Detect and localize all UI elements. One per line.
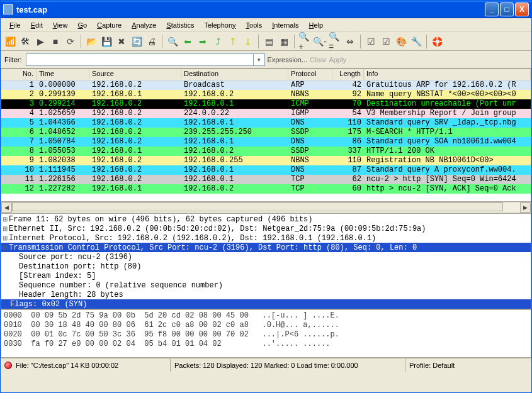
- display-filters-icon[interactable]: ☑: [379, 35, 393, 48]
- packet-row[interactable]: 51.044366192.168.0.2192.168.0.1DNS110Sta…: [1, 118, 531, 128]
- capture-filters-icon[interactable]: ☑: [364, 35, 378, 48]
- close-file-icon[interactable]: ✖: [115, 35, 128, 48]
- col-protocol[interactable]: Protocol: [288, 69, 332, 80]
- apply-button[interactable]: Apply: [329, 56, 346, 64]
- col-source[interactable]: Source: [89, 69, 181, 80]
- expand-icon[interactable]: ⊞: [1, 301, 10, 307]
- status-file: File: "C:/test.cap" 14 KB 00:00:02: [16, 362, 118, 369]
- packet-list-header: No. Time Source Destination Protocol Len…: [1, 69, 531, 80]
- menu-internals[interactable]: Internals: [267, 20, 303, 30]
- help-icon[interactable]: 🛟: [430, 35, 444, 48]
- go-last-icon[interactable]: ⤓: [241, 35, 255, 48]
- save-icon[interactable]: 💾: [99, 35, 113, 48]
- titlebar: test.cap _ □ X: [1, 1, 531, 18]
- app-window: test.cap _ □ X File Edit View Go Capture…: [0, 0, 532, 393]
- col-destination[interactable]: Destination: [181, 69, 288, 80]
- zoom-reset-icon[interactable]: 🔍=: [328, 35, 342, 48]
- minimize-button[interactable]: _: [485, 3, 499, 16]
- resize-columns-icon[interactable]: ⇔: [343, 35, 357, 48]
- menu-view[interactable]: View: [48, 20, 73, 30]
- close-button[interactable]: X: [515, 3, 529, 16]
- packet-row[interactable]: 91.082038192.168.0.2192.168.0.255NBNS110…: [1, 156, 531, 165]
- col-info[interactable]: Info: [364, 69, 531, 80]
- col-length[interactable]: Length: [332, 69, 364, 80]
- go-to-icon[interactable]: ⤴: [211, 35, 225, 48]
- filter-label: Filter:: [4, 56, 22, 64]
- interfaces-icon[interactable]: 📶: [3, 35, 17, 48]
- collapse-icon[interactable]: ⊟: [1, 244, 9, 251]
- clear-button[interactable]: Clear: [310, 56, 326, 64]
- toolbar: 📶 🛠 ▶ ■ ⟳ 📂 💾 ✖ 🔄 🖨 🔍 ⬅ ➡ ⤴ ⤒ ⤓ ▤ ▦ 🔍+ 🔍…: [1, 32, 531, 51]
- detail-frame[interactable]: Frame 11: 62 bytes on wire (496 bits), 6…: [9, 215, 312, 224]
- detail-src-port[interactable]: Source port: ncu-2 (3196): [1, 253, 132, 262]
- go-forward-icon[interactable]: ➡: [196, 35, 210, 48]
- maximize-button[interactable]: □: [500, 3, 514, 16]
- packet-row[interactable]: 121.227282192.168.0.1192.168.0.2TCP60htt…: [1, 184, 531, 194]
- colorize-icon[interactable]: ▤: [262, 35, 276, 48]
- menu-file[interactable]: File: [4, 20, 26, 30]
- col-time[interactable]: Time: [37, 69, 89, 80]
- detail-ethernet[interactable]: Ethernet II, Src: 192.168.0.2 (00:0b:5d:…: [9, 224, 426, 233]
- filter-bar: Filter: ▾ Expression... Clear Apply: [1, 51, 531, 69]
- menu-go[interactable]: Go: [72, 20, 92, 30]
- prefs-icon[interactable]: 🔧: [409, 35, 423, 48]
- find-icon[interactable]: 🔍: [166, 35, 179, 48]
- zoom-out-icon[interactable]: 🔍-: [313, 35, 327, 48]
- go-first-icon[interactable]: ⤒: [226, 35, 240, 48]
- scroll-thumb[interactable]: [12, 202, 503, 211]
- packet-row[interactable]: 81.055053192.168.0.1192.168.0.2SSDP337HT…: [1, 147, 531, 156]
- packet-list[interactable]: No. Time Source Destination Protocol Len…: [1, 69, 531, 202]
- detail-hdrlen[interactable]: Header length: 28 bytes: [1, 291, 123, 299]
- packet-row[interactable]: 61.048652192.168.0.2239.255.255.250SSDP1…: [1, 128, 531, 137]
- zoom-in-icon[interactable]: 🔍+: [298, 35, 312, 48]
- auto-scroll-icon[interactable]: ▦: [277, 35, 291, 48]
- status-packets: Packets: 120 Displayed: 120 Marked: 0 Lo…: [174, 362, 358, 369]
- packet-row[interactable]: 20.299139192.168.0.1192.168.0.2NBNS92Nam…: [1, 90, 531, 99]
- packet-row[interactable]: 71.050784192.168.0.2192.168.0.1DNS86Stan…: [1, 137, 531, 147]
- menu-telephony[interactable]: Telephony: [199, 20, 241, 30]
- open-icon[interactable]: 📂: [84, 35, 98, 48]
- expert-led-icon[interactable]: [4, 362, 12, 369]
- detail-ip[interactable]: Internet Protocol, Src: 192.168.0.2 (192…: [9, 234, 376, 243]
- scroll-left-icon[interactable]: ◀: [1, 202, 12, 213]
- horizontal-scrollbar[interactable]: ◀ ▶: [1, 202, 531, 213]
- stop-capture-icon[interactable]: ■: [48, 35, 62, 48]
- packet-details[interactable]: ⊞Frame 11: 62 bytes on wire (496 bits), …: [1, 213, 531, 309]
- menu-statistics[interactable]: Statistics: [161, 20, 199, 30]
- col-no[interactable]: No.: [1, 69, 37, 80]
- coloring-rules-icon[interactable]: 🎨: [394, 35, 408, 48]
- menubar: File Edit View Go Capture Analyze Statis…: [1, 18, 531, 32]
- expand-icon[interactable]: ⊞: [1, 225, 9, 232]
- detail-seq[interactable]: Sequence number: 0 (relative sequence nu…: [1, 281, 223, 290]
- packet-row[interactable]: 111.226156192.168.0.2192.168.0.1TCP62ncu…: [1, 175, 531, 184]
- packet-row[interactable]: 41.025659192.168.0.2224.0.0.22IGMP54V3 M…: [1, 109, 531, 118]
- menu-analyze[interactable]: Analyze: [127, 20, 161, 30]
- filter-dropdown-icon[interactable]: ▾: [253, 54, 264, 65]
- detail-tcp[interactable]: Transmission Control Protocol, Src Port:…: [9, 243, 417, 252]
- menu-capture[interactable]: Capture: [92, 20, 127, 30]
- menu-help[interactable]: Help: [303, 20, 328, 30]
- go-back-icon[interactable]: ⬅: [181, 35, 195, 48]
- expand-icon[interactable]: ⊞: [1, 235, 9, 241]
- status-profile[interactable]: Profile: Default: [409, 362, 455, 369]
- menu-edit[interactable]: Edit: [26, 20, 48, 30]
- reload-icon[interactable]: 🔄: [130, 35, 144, 48]
- packet-row[interactable]: 101.111945192.168.0.2192.168.0.1DNS87Sta…: [1, 165, 531, 175]
- hex-pane[interactable]: 0000 00 09 5b 2d 75 9a 00 0b 5d 20 cd 02…: [1, 309, 531, 358]
- scroll-right-icon[interactable]: ▶: [520, 202, 531, 213]
- status-bar: File: "C:/test.cap" 14 KB 00:00:02 Packe…: [1, 358, 531, 372]
- detail-flags[interactable]: Flags: 0x02 (SYN): [10, 300, 87, 309]
- packet-row[interactable]: 30.299214192.168.0.2192.168.0.1ICMP70Des…: [1, 99, 531, 109]
- expression-button[interactable]: Expression...: [268, 56, 308, 64]
- packet-row[interactable]: 10.000000192.168.0.2BroadcastARP42Gratui…: [1, 80, 531, 90]
- restart-capture-icon[interactable]: ⟳: [64, 35, 77, 48]
- menu-tools[interactable]: Tools: [241, 20, 268, 30]
- print-icon[interactable]: 🖨: [145, 35, 159, 48]
- window-title: test.cap: [16, 5, 485, 14]
- filter-input[interactable]: ▾: [26, 53, 265, 66]
- detail-stream[interactable]: [Stream index: 5]: [1, 272, 96, 280]
- detail-dst-port[interactable]: Destination port: http (80): [1, 262, 141, 271]
- options-icon[interactable]: 🛠: [18, 35, 32, 48]
- start-capture-icon[interactable]: ▶: [33, 35, 47, 48]
- expand-icon[interactable]: ⊞: [1, 216, 9, 223]
